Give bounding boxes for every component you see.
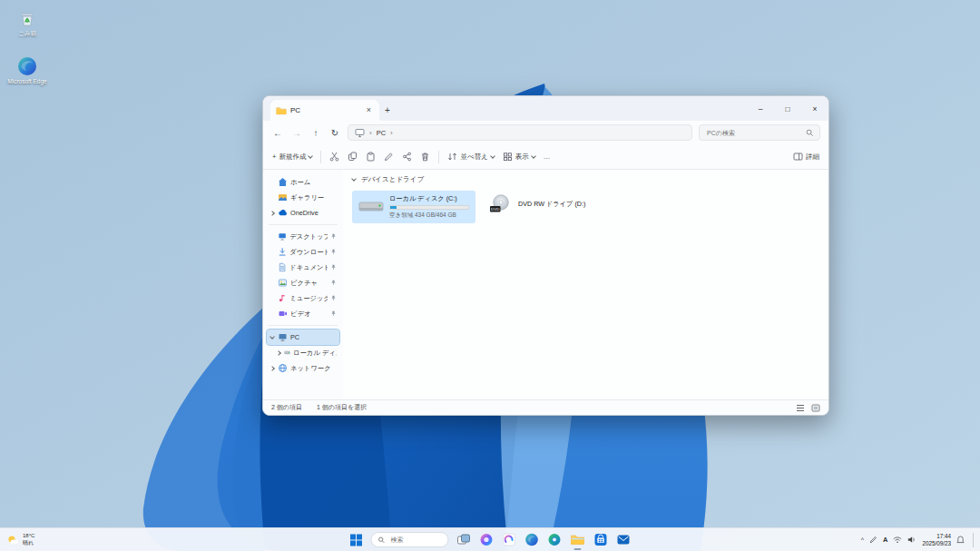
task-view-button[interactable] [456, 528, 472, 551]
taskbar: 18°C 晴れ [0, 527, 980, 551]
edge-button[interactable] [524, 528, 540, 551]
explorer-search-input[interactable] [705, 129, 802, 137]
copilot-button[interactable] [479, 528, 495, 551]
cut-button[interactable] [329, 152, 339, 162]
weather-widget[interactable]: 18°C 晴れ [6, 528, 34, 551]
view-icon [503, 152, 513, 162]
pin-icon [330, 249, 337, 255]
new-button[interactable]: + 新規作成 [272, 153, 312, 162]
address-bar[interactable]: › PC › [348, 124, 692, 141]
desktop-icon-label: ごみ箱 [18, 30, 36, 36]
details-toggle-button[interactable]: 詳細 [793, 152, 819, 162]
pin-icon [330, 310, 337, 317]
sidebar-item-pictures[interactable]: ピクチャ [267, 275, 339, 290]
desktop-icon-edge[interactable]: Microsoft Edge [4, 56, 51, 84]
new-tab-button[interactable]: + [379, 100, 396, 121]
share-icon [402, 152, 412, 162]
taskbar-search-box[interactable] [371, 532, 449, 547]
maximize-button[interactable]: □ [774, 96, 801, 121]
start-button[interactable] [349, 528, 364, 551]
downloads-icon [278, 247, 287, 257]
details-view-icon[interactable] [796, 404, 805, 412]
microsoft-store-icon [594, 533, 608, 546]
pen-icon[interactable] [869, 536, 877, 544]
drive-c-tile[interactable]: ローカル ディスク (C:) 空き領域 434 GB/464 GB [352, 191, 475, 223]
content-area: デバイスとドライブ ローカル ディスク (C:) [343, 170, 828, 399]
tab-bar: PC × + – □ × [263, 96, 828, 121]
tab-close-icon[interactable]: × [364, 105, 374, 115]
tray-chevron-up-icon[interactable]: ^ [861, 536, 864, 543]
chevron-down-icon [531, 153, 536, 159]
share-button[interactable] [402, 152, 412, 162]
trash-icon [420, 152, 430, 162]
paste-button[interactable] [366, 152, 376, 162]
sidebar-item-onedrive[interactable]: OneDrive [267, 205, 339, 221]
explorer-search-box[interactable] [699, 124, 820, 141]
file-explorer-button[interactable] [570, 528, 586, 551]
sidebar-item-home[interactable]: ホーム [267, 174, 339, 190]
large-icons-view-icon[interactable] [811, 404, 820, 412]
pc-icon [278, 332, 288, 342]
gallery-icon [278, 192, 288, 202]
minimize-button[interactable]: – [747, 96, 774, 121]
sidebar-item-music[interactable]: ミュージック [267, 290, 339, 306]
store-button[interactable] [593, 528, 609, 551]
rename-button[interactable] [384, 152, 394, 162]
more-button[interactable]: … [544, 153, 551, 161]
close-button[interactable]: × [801, 96, 828, 121]
breadcrumb-chevron-icon: › [369, 129, 372, 137]
sidebar-item-gallery[interactable]: ギャラリー [267, 190, 339, 205]
dvd-drive-tile[interactable]: DVD DVD RW ドライブ (D:) [483, 191, 592, 218]
window-body: ホーム ギャラリー OneDrive [263, 170, 828, 399]
sidebar-item-local-disk-c[interactable]: ローカル ディスク (C:) [267, 345, 339, 360]
view-button[interactable]: 表示 [503, 152, 535, 162]
caption-buttons: – □ × [747, 96, 828, 121]
desktop-icon-recycle-bin[interactable]: ごみ箱 [4, 8, 51, 36]
breadcrumb-chevron-icon[interactable]: › [390, 129, 393, 137]
show-desktop-button[interactable] [973, 533, 975, 547]
sidebar-item-desktop[interactable]: デスクトップ [267, 229, 339, 244]
chevron-right-icon [276, 350, 281, 356]
notification-bell-icon[interactable] [956, 536, 965, 545]
outlook-button[interactable] [616, 528, 632, 551]
sort-button[interactable]: 並べ替え [447, 152, 494, 162]
forward-button[interactable]: → [290, 128, 303, 138]
breadcrumb-segment-pc[interactable]: PC [377, 129, 386, 137]
ime-indicator[interactable]: A [883, 536, 887, 544]
file-explorer-window: PC × + – □ × ← → ↑ ↻ › PC › [262, 95, 829, 416]
music-icon [278, 293, 287, 303]
delete-button[interactable] [420, 152, 430, 162]
sidebar-item-videos[interactable]: ビデオ [267, 306, 339, 321]
file-explorer-icon [571, 534, 585, 546]
tab-pc[interactable]: PC × [270, 100, 379, 121]
sidebar-item-downloads[interactable]: ダウンロード [267, 244, 339, 260]
taskbar-clock[interactable]: 17:44 2025/09/23 [922, 533, 951, 546]
chrome-icon [548, 533, 562, 546]
desktop: ごみ箱 Microsoft Edge PC × + – □ × [0, 0, 980, 551]
back-button[interactable]: ← [271, 128, 284, 138]
sidebar-separator [269, 325, 338, 326]
refresh-button[interactable]: ↻ [328, 128, 341, 138]
volume-icon[interactable] [907, 536, 916, 544]
cut-icon [329, 152, 339, 162]
copy-button[interactable] [348, 152, 358, 162]
weather-sun-icon [6, 534, 19, 546]
windows-logo-icon [350, 534, 363, 546]
sidebar-item-documents[interactable]: ドキュメント [267, 260, 339, 275]
tab-title: PC [290, 106, 300, 114]
taskbar-search-input[interactable] [389, 536, 442, 544]
toolbar-divider [320, 151, 321, 163]
tray-time: 17:44 [936, 533, 951, 540]
network-icon [278, 363, 288, 373]
videos-icon [278, 309, 288, 319]
wifi-icon[interactable] [893, 536, 902, 544]
up-button[interactable]: ↑ [309, 128, 322, 138]
weather-temp: 18°C [23, 533, 34, 539]
chevron-right-icon [270, 211, 275, 216]
sidebar-item-pc[interactable]: PC [267, 330, 339, 345]
devices-and-drives-section-header[interactable]: デバイスとドライブ [352, 175, 819, 184]
microsoft-365-button[interactable] [502, 528, 517, 551]
command-bar: + 新規作成 [263, 144, 828, 170]
sidebar-item-network[interactable]: ネットワーク [267, 360, 339, 376]
chrome-button[interactable] [547, 528, 563, 551]
